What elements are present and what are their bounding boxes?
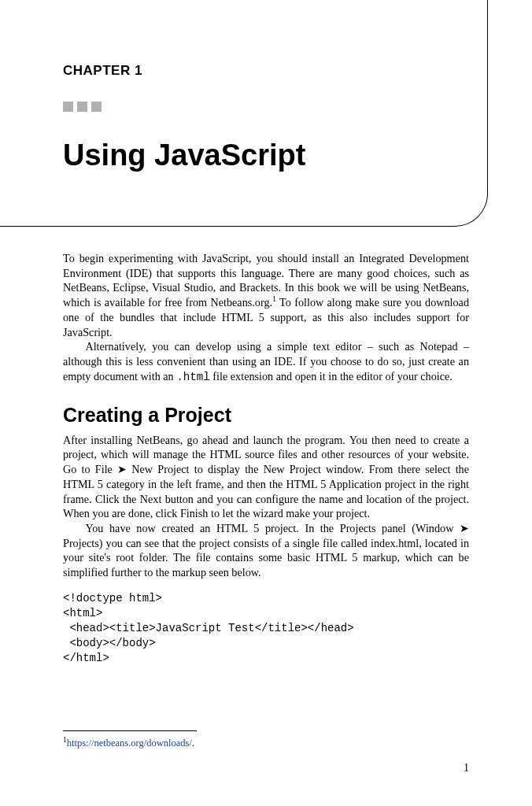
section-block: After installing NetBeans, go ahead and … xyxy=(63,433,469,580)
paragraph: After installing NetBeans, go ahead and … xyxy=(63,433,469,521)
inline-code: .html xyxy=(176,371,210,383)
menu-arrow-icon: ➤ xyxy=(117,463,127,475)
chapter-title: Using JavaScript xyxy=(63,139,469,172)
decorative-squares xyxy=(63,101,469,115)
chapter-label: CHAPTER 1 xyxy=(63,63,469,79)
page: CHAPTER 1 Using JavaScript To begin expe… xyxy=(0,0,532,806)
text: file extension and open it in the editor… xyxy=(210,370,453,383)
footnote-rule xyxy=(63,730,197,731)
paragraph: You have now created an HTML 5 project. … xyxy=(63,521,469,580)
intro-block: To begin experimenting with JavaScript, … xyxy=(63,251,469,385)
footnote: 1https://netbeans.org/downloads/. xyxy=(63,736,469,749)
square-icon xyxy=(77,102,87,112)
paragraph: To begin experimenting with JavaScript, … xyxy=(63,251,469,339)
footnote-area: 1https://netbeans.org/downloads/. xyxy=(63,730,469,749)
paragraph: Alternatively, you can develop using a s… xyxy=(63,339,469,384)
square-icon xyxy=(63,102,73,112)
text: . xyxy=(192,738,194,749)
menu-arrow-icon: ➤ xyxy=(460,522,469,534)
footnote-link[interactable]: https://netbeans.org/downloads/ xyxy=(67,738,192,749)
text: You have now created an HTML 5 project. … xyxy=(85,522,460,534)
square-icon xyxy=(91,102,102,112)
text: Projects) you can see that the project c… xyxy=(63,537,469,579)
page-number: 1 xyxy=(464,762,469,775)
code-block: <!doctype html> <html> <head><title>Java… xyxy=(63,591,469,665)
section-heading: Creating a Project xyxy=(63,404,469,427)
